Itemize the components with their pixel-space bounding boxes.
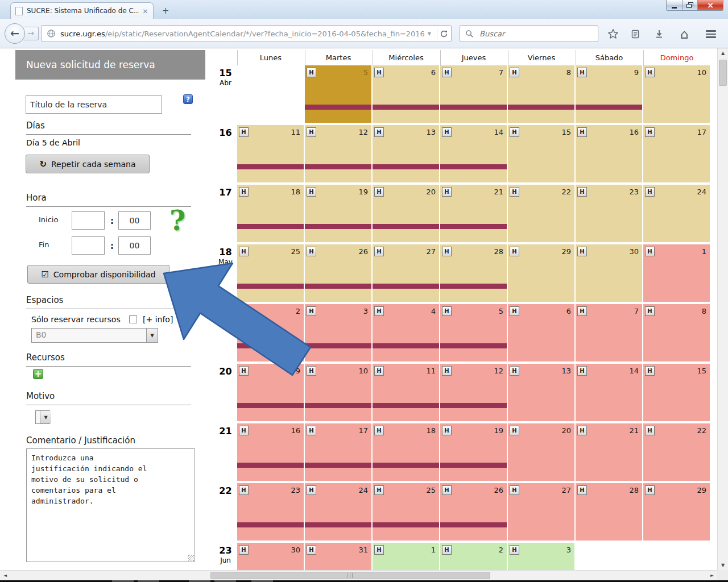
day-cell[interactable]: H11 — [237, 125, 304, 182]
day-cell[interactable]: H16 — [576, 125, 642, 182]
bookmark-star-icon[interactable] — [605, 27, 621, 41]
h-button[interactable]: H — [239, 485, 249, 495]
h-button[interactable]: H — [510, 187, 519, 197]
day-cell[interactable]: H2 — [440, 543, 507, 570]
day-cell[interactable]: H14 — [440, 125, 507, 182]
h-button[interactable]: H — [307, 68, 316, 77]
day-cell[interactable]: H9 — [576, 65, 642, 123]
day-cell[interactable]: H13 — [373, 125, 439, 182]
downloads-icon[interactable] — [651, 27, 667, 41]
h-button[interactable]: H — [307, 426, 316, 435]
h-button[interactable]: H — [645, 426, 655, 435]
only-resources-checkbox[interactable] — [129, 315, 137, 323]
day-cell[interactable]: H24 — [643, 185, 710, 242]
justification-textarea[interactable]: Introduzca una justificación indicando e… — [26, 448, 195, 562]
tab-close-icon[interactable]: × — [142, 7, 148, 15]
h-button[interactable]: H — [307, 306, 316, 316]
h-button[interactable]: H — [374, 127, 384, 137]
day-cell[interactable]: H31 — [305, 543, 371, 570]
day-cell[interactable]: H15 — [508, 125, 574, 182]
day-cell[interactable]: H6 — [508, 304, 574, 361]
day-cell[interactable]: H27 — [508, 483, 574, 541]
day-cell[interactable]: H24 — [305, 483, 371, 541]
h-button[interactable]: H — [645, 366, 655, 376]
scroll-down-icon[interactable]: ▼ — [718, 560, 728, 570]
reload-icon[interactable] — [440, 30, 448, 38]
h-button[interactable]: H — [307, 485, 316, 495]
scroll-left-icon[interactable]: ◄ — [0, 571, 10, 580]
space-select-arrow-icon[interactable]: ▼ — [146, 329, 158, 342]
hora-help-icon[interactable]: ? — [169, 205, 185, 236]
h-button[interactable]: H — [510, 485, 519, 495]
h-button[interactable]: H — [577, 366, 587, 376]
day-cell[interactable]: H5 — [440, 304, 507, 361]
h-button[interactable]: H — [239, 187, 249, 197]
day-cell[interactable]: H20 — [508, 423, 574, 481]
day-cell[interactable]: H10 — [305, 364, 371, 421]
h-button[interactable]: H — [239, 545, 249, 555]
h-button[interactable]: H — [442, 545, 452, 555]
h-button[interactable]: H — [307, 545, 316, 555]
h-button[interactable]: H — [645, 247, 655, 256]
h-button[interactable]: H — [374, 187, 384, 197]
day-cell[interactable]: H13 — [508, 364, 574, 421]
day-cell[interactable]: H8 — [508, 65, 574, 123]
h-button[interactable]: H — [374, 366, 384, 376]
day-cell[interactable]: H30 — [237, 543, 304, 570]
day-cell[interactable]: H28 — [440, 244, 507, 302]
h-button[interactable]: H — [442, 306, 452, 316]
scroll-right-icon[interactable]: ► — [707, 571, 717, 580]
h-button[interactable]: H — [374, 306, 384, 316]
h-button[interactable]: H — [239, 127, 249, 137]
day-cell[interactable]: H17 — [643, 125, 710, 182]
day-cell[interactable]: H7 — [440, 65, 507, 123]
day-cell[interactable]: H3 — [508, 543, 574, 570]
h-button[interactable]: H — [645, 306, 655, 316]
check-availability-button[interactable]: ☑ Comprobar disponibilidad — [27, 265, 169, 284]
day-cell[interactable]: H25 — [237, 244, 304, 302]
search-input[interactable] — [478, 29, 593, 39]
day-cell[interactable]: H21 — [576, 423, 642, 481]
h-button[interactable]: H — [442, 426, 452, 435]
bookmarks-menu-icon[interactable] — [627, 27, 643, 41]
day-cell[interactable]: H3 — [305, 304, 371, 361]
motivo-select-arrow-icon[interactable]: ▼ — [40, 411, 51, 423]
day-cell[interactable]: H10 — [643, 65, 710, 123]
h-button[interactable]: H — [577, 485, 587, 495]
repeat-weekly-button[interactable]: ↻ Repetir cada semana — [26, 155, 150, 173]
h-button[interactable]: H — [577, 127, 587, 137]
browser-tab[interactable]: SUCRE: Sistema Unificado de C... × — [10, 2, 154, 19]
motivo-select[interactable]: ▼ — [35, 410, 50, 424]
day-cell[interactable]: H9 — [237, 364, 304, 421]
h-button[interactable]: H — [577, 247, 587, 256]
day-cell[interactable]: H16 — [237, 423, 304, 481]
h-button[interactable]: H — [645, 485, 655, 495]
home-button[interactable]: ⌂ — [676, 27, 692, 41]
more-info-link[interactable]: [+ info] — [143, 315, 173, 324]
back-button[interactable]: ← — [5, 23, 25, 44]
h-button[interactable]: H — [510, 426, 519, 435]
vertical-scrollbar-thumb[interactable] — [719, 60, 727, 86]
day-cell[interactable]: H15 — [643, 364, 710, 421]
day-cell[interactable]: H26 — [440, 483, 507, 541]
day-cell[interactable]: H27 — [373, 244, 439, 302]
day-cell[interactable]: H19 — [440, 423, 507, 481]
day-cell[interactable]: H5 — [305, 65, 371, 123]
h-button[interactable]: H — [442, 187, 452, 197]
day-cell[interactable]: H6 — [373, 65, 439, 123]
h-button[interactable]: H — [577, 306, 587, 316]
horizontal-scrollbar-thumb[interactable] — [210, 572, 490, 579]
h-button[interactable]: H — [307, 187, 316, 197]
h-button[interactable]: H — [239, 306, 249, 316]
day-cell[interactable]: H29 — [643, 483, 710, 541]
h-button[interactable]: H — [577, 426, 587, 435]
day-cell[interactable]: H11 — [373, 364, 439, 421]
day-cell[interactable]: H1 — [643, 244, 710, 302]
h-button[interactable]: H — [442, 127, 452, 137]
url-history-dropdown-icon[interactable]: ▼ — [424, 31, 435, 36]
forward-button[interactable]: → — [23, 27, 39, 40]
h-button[interactable]: H — [374, 426, 384, 435]
day-cell[interactable]: H17 — [305, 423, 371, 481]
h-button[interactable]: H — [510, 127, 519, 137]
h-button[interactable]: H — [307, 366, 316, 376]
